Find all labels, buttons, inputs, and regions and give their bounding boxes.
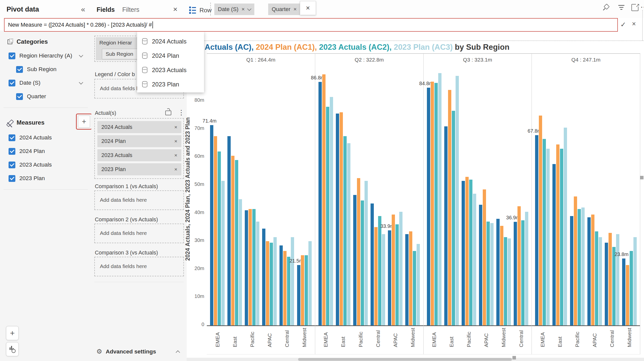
bar-2024-actuals-pacific[interactable] bbox=[353, 195, 356, 325]
bar-2023-actuals-east[interactable] bbox=[560, 149, 563, 325]
measure-item-2023-plan[interactable]: 2023 Plan bbox=[9, 173, 89, 184]
bar-2024-plan-emea[interactable] bbox=[539, 116, 542, 325]
bar-2023-actuals-central[interactable] bbox=[521, 220, 525, 326]
row-chip-date[interactable]: Date (S) × bbox=[214, 4, 254, 15]
bar-2023-actuals-midwest[interactable] bbox=[413, 251, 416, 325]
bar-2024-actuals-midwest[interactable] bbox=[496, 219, 500, 325]
bar-2023-actuals-east[interactable] bbox=[235, 160, 238, 325]
bar-2023-actuals-east[interactable] bbox=[452, 111, 455, 325]
bar-2024-actuals-east[interactable] bbox=[336, 114, 339, 325]
bar-2023-actuals-pacific[interactable] bbox=[361, 200, 364, 325]
bar-2023-actuals-emea[interactable] bbox=[326, 107, 329, 326]
bar-2024-plan-apac[interactable] bbox=[483, 189, 486, 325]
remove-quarter-chip-icon[interactable]: × bbox=[294, 6, 297, 13]
dropdown-item-2023-actuals[interactable]: 2023 Actuals bbox=[137, 63, 204, 77]
bar-2024-actuals-east[interactable] bbox=[444, 126, 448, 325]
bar-2024-actuals-midwest[interactable] bbox=[405, 234, 409, 325]
bar-2023-actuals-apac[interactable] bbox=[270, 243, 273, 325]
bar-2023-plan-apac[interactable] bbox=[599, 237, 602, 326]
tab-filters[interactable]: Filters bbox=[122, 6, 139, 13]
actuals-chip-2024-actuals[interactable]: 2024 Actuals × bbox=[97, 121, 181, 133]
bar-2023-plan-apac[interactable] bbox=[399, 212, 403, 325]
bar-2023-plan-central[interactable] bbox=[525, 212, 528, 325]
bar-2024-plan-east[interactable] bbox=[448, 90, 451, 325]
bar-2023-plan-midwest[interactable] bbox=[308, 241, 312, 325]
bar-2024-plan-apac[interactable] bbox=[266, 241, 269, 325]
remove-chip-icon[interactable]: × bbox=[174, 124, 177, 130]
checkbox-checked[interactable] bbox=[16, 93, 23, 100]
bar-2024-plan-east[interactable] bbox=[556, 144, 559, 325]
bar-2024-plan-east[interactable] bbox=[231, 156, 234, 325]
bar-2024-actuals-emea[interactable]: 84.8m bbox=[427, 88, 430, 325]
row-chip-quarter[interactable]: Quarter × bbox=[268, 4, 300, 15]
bar-2024-plan-central[interactable] bbox=[517, 206, 521, 325]
bar-2024-plan-central[interactable] bbox=[283, 251, 287, 325]
bar-2023-plan-central[interactable] bbox=[291, 237, 294, 326]
bar-2024-actuals-east[interactable] bbox=[552, 164, 556, 325]
bar-2024-plan-emea[interactable] bbox=[214, 136, 217, 325]
bar-2023-actuals-midwest[interactable] bbox=[305, 255, 308, 325]
bar-2024-actuals-pacific[interactable] bbox=[245, 210, 248, 325]
chevron-up-icon[interactable] bbox=[176, 350, 180, 354]
horizontal-scrollbar-handle[interactable] bbox=[298, 358, 512, 361]
bar-2024-plan-pacific[interactable] bbox=[574, 196, 577, 325]
bar-2024-plan-pacific[interactable] bbox=[249, 209, 252, 325]
bar-2024-plan-midwest[interactable] bbox=[301, 255, 304, 325]
add-measure-button[interactable]: + bbox=[78, 116, 90, 128]
unlock-icon[interactable] bbox=[165, 111, 171, 115]
bar-2023-plan-apac[interactable] bbox=[273, 237, 277, 326]
bar-2024-actuals-midwest[interactable]: 23.8m bbox=[622, 259, 625, 325]
category-item-date[interactable]: Date (S) bbox=[9, 77, 89, 88]
remove-chip-icon[interactable]: × bbox=[174, 166, 177, 172]
bar-2024-plan-midwest[interactable] bbox=[626, 265, 629, 325]
checkbox-checked[interactable] bbox=[16, 66, 23, 73]
actuals-chip-2023-plan[interactable]: 2023 Plan × bbox=[97, 163, 181, 175]
bar-2023-actuals-midwest[interactable] bbox=[504, 237, 507, 326]
bar-2023-actuals-midwest[interactable] bbox=[630, 251, 633, 325]
category-item-region-hierarchy[interactable]: Region Hierarchy (A) bbox=[9, 50, 89, 61]
bar-2024-plan-midwest[interactable] bbox=[500, 226, 503, 325]
remove-chip-icon[interactable]: × bbox=[174, 138, 177, 144]
bar-2023-actuals-pacific[interactable] bbox=[469, 180, 472, 325]
bar-2023-plan-emea[interactable] bbox=[221, 181, 225, 325]
bar-2024-actuals-east[interactable] bbox=[227, 136, 231, 325]
bar-2024-plan-midwest[interactable] bbox=[409, 231, 412, 325]
bar-2023-plan-emea[interactable] bbox=[330, 97, 333, 326]
remove-chip-icon[interactable]: × bbox=[174, 152, 177, 158]
kebab-menu-icon[interactable]: ⋮ bbox=[178, 109, 185, 117]
bar-2023-actuals-central[interactable] bbox=[612, 247, 616, 326]
bar-2023-actuals-apac[interactable] bbox=[395, 224, 399, 325]
actuals-bucket[interactable]: 2024 Actuals × 2024 Plan × 2023 Actuals … bbox=[94, 118, 184, 179]
bar-2023-plan-east[interactable] bbox=[239, 199, 242, 325]
collapse-panel-icon[interactable]: « bbox=[81, 5, 85, 14]
bar-2023-actuals-apac[interactable] bbox=[487, 222, 490, 325]
checkbox-checked[interactable] bbox=[9, 134, 15, 141]
close-fields-panel-icon[interactable]: × bbox=[173, 5, 178, 14]
bar-2023-plan-midwest[interactable] bbox=[417, 244, 420, 325]
bar-2023-plan-midwest[interactable] bbox=[633, 237, 637, 326]
bar-2023-actuals-apac[interactable] bbox=[595, 231, 598, 325]
bar-2024-plan-pacific[interactable] bbox=[465, 177, 469, 326]
bar-2024-actuals-central[interactable] bbox=[279, 245, 283, 325]
bar-2023-plan-central[interactable] bbox=[616, 234, 619, 325]
comparison2-bucket[interactable]: Add data fields here bbox=[94, 224, 184, 243]
bar-2023-plan-east[interactable] bbox=[564, 128, 567, 325]
dropdown-item-2024-actuals[interactable]: 2024 Actuals bbox=[137, 34, 204, 48]
bar-2024-actuals-apac[interactable] bbox=[262, 229, 265, 325]
category-item-sub-region[interactable]: Sub Region bbox=[16, 64, 89, 75]
checkbox-checked[interactable] bbox=[9, 175, 15, 182]
chart-visibility-button[interactable] bbox=[6, 342, 19, 356]
bar-2023-plan-pacific[interactable] bbox=[473, 194, 476, 326]
bar-2024-actuals-apac[interactable] bbox=[479, 205, 482, 325]
bar-2023-plan-pacific[interactable] bbox=[256, 222, 259, 325]
close-button-floating[interactable]: × bbox=[300, 1, 316, 15]
bar-2024-actuals-emea[interactable]: 71.4m bbox=[210, 125, 213, 325]
bar-2024-plan-apac[interactable] bbox=[392, 215, 395, 325]
bar-2023-plan-central[interactable] bbox=[382, 234, 385, 325]
measure-item-2024-plan[interactable]: 2024 Plan bbox=[9, 146, 89, 157]
bar-2023-actuals-pacific[interactable] bbox=[252, 209, 256, 325]
bar-2023-actuals-pacific[interactable] bbox=[578, 209, 581, 325]
checkbox-checked[interactable] bbox=[9, 53, 15, 59]
chevron-down-icon[interactable] bbox=[79, 53, 83, 58]
bar-2023-plan-pacific[interactable] bbox=[581, 208, 585, 325]
